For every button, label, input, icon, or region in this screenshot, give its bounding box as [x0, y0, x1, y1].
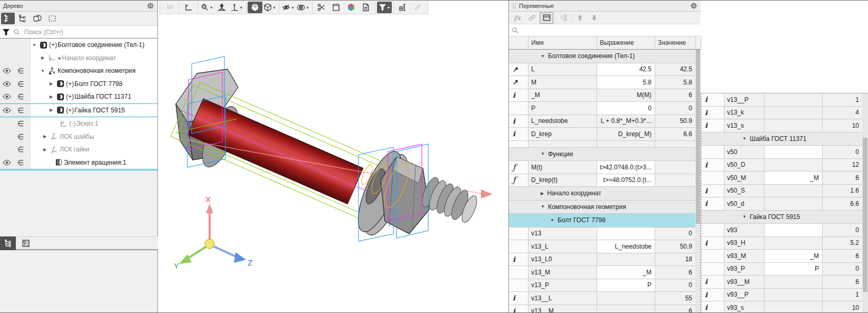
variable-name-cell[interactable]: _M: [529, 89, 597, 102]
variables-group-row[interactable]: ▼Функции: [509, 148, 701, 162]
variable-expression-cell[interactable]: _M: [765, 250, 823, 263]
appearance-cube-icon[interactable]: [344, 2, 358, 13]
variable-name-cell[interactable]: M(t): [529, 161, 597, 174]
expand-arrow-icon[interactable]: ▼: [742, 214, 747, 219]
hide-objects-eye-icon[interactable]: ▼: [281, 2, 296, 13]
expand-arrow-icon[interactable]: ▼: [31, 43, 37, 48]
variable-row[interactable]: iv13_s10: [701, 119, 868, 132]
tree-item-label[interactable]: Болт ГОСТ 7798: [74, 80, 122, 88]
variable-row[interactable]: v13_LL_needstobe50.9: [509, 240, 701, 253]
gear-icon[interactable]: [147, 2, 154, 10]
variable-row[interactable]: v930: [701, 224, 868, 237]
variables-group-row[interactable]: ▼Болтовое соединение (Тел-1): [509, 50, 701, 63]
variable-name-cell[interactable]: v93: [724, 224, 765, 237]
variable-row[interactable]: v500: [701, 146, 868, 159]
variable-expression-cell[interactable]: [765, 119, 823, 132]
grip-dots-icon[interactable]: [163, 2, 177, 13]
variable-expression-cell[interactable]: [765, 276, 823, 289]
variables-group-row[interactable]: ▼Компоновочная геометрия: [509, 201, 701, 214]
tree-item[interactable]: ∈(-)Эскиз:1: [0, 117, 157, 130]
variables-group-row[interactable]: ▼Болт ГОСТ 7798: [509, 214, 701, 227]
marquee-select-icon[interactable]: [45, 13, 59, 24]
variables-column-header[interactable]: Имя Выражение Значение: [509, 36, 701, 50]
chevron-down-icon[interactable]: ▼: [291, 6, 295, 10]
fx-icon[interactable]: ƒx: [511, 13, 524, 23]
variable-expression-cell[interactable]: [765, 93, 823, 107]
variable-name-cell[interactable]: v50: [724, 146, 765, 159]
zoom-icon[interactable]: ▼: [200, 2, 214, 13]
arrow-down-icon[interactable]: [588, 13, 600, 23]
variable-name-cell[interactable]: L_needstobe: [529, 115, 597, 128]
tree-item[interactable]: ∈▼Компоновочная геометрия: [0, 64, 157, 78]
expand-arrow-icon[interactable]: ▼: [550, 218, 554, 223]
variable-row[interactable]: v93_PP0: [701, 263, 868, 276]
member-icon[interactable]: ∈: [14, 106, 27, 115]
variable-expression-cell[interactable]: [597, 227, 655, 241]
tree-item-label[interactable]: Гайка ГОСТ 5915: [74, 107, 125, 114]
expand-arrow-icon[interactable]: ▼: [541, 151, 545, 156]
variable-row[interactable]: ↗M5.85.8: [509, 76, 701, 89]
expand-arrow-icon[interactable]: ▶: [48, 81, 54, 86]
chevron-down-icon[interactable]: ▼: [272, 6, 276, 10]
variable-row[interactable]: iv13__M6: [509, 305, 701, 313]
variable-row[interactable]: iv50_S1.6: [701, 185, 868, 198]
variable-name-cell[interactable]: v50_S: [724, 185, 765, 198]
variable-row[interactable]: ƒM(t)t>42.0?48.0:(t>3...: [509, 161, 701, 174]
gear-icon[interactable]: [690, 2, 697, 10]
variable-expression-cell[interactable]: 42.5: [597, 63, 655, 77]
variable-expression-cell[interactable]: [597, 305, 655, 313]
variable-name-cell[interactable]: M: [529, 76, 597, 89]
arrow-up-icon[interactable]: [573, 13, 586, 23]
column-value[interactable]: Значение: [655, 36, 696, 49]
variable-expression-cell[interactable]: [597, 292, 655, 305]
variable-name-cell[interactable]: v50_M: [724, 172, 765, 185]
variable-name-cell[interactable]: [529, 141, 597, 148]
tree-item[interactable]: ∈▶(+)Гайка ГОСТ 5915: [0, 103, 157, 118]
variable-row[interactable]: iD_krepD_krep(_M)6.6: [509, 128, 701, 141]
variable-name-cell[interactable]: v50_D: [724, 159, 765, 172]
member-icon[interactable]: ∈: [14, 119, 27, 128]
variable-expression-cell[interactable]: [597, 253, 655, 267]
scrollbar[interactable]: [695, 50, 701, 313]
variable-expression-cell[interactable]: _M: [765, 172, 823, 185]
variable-expression-cell[interactable]: [765, 185, 823, 198]
variable-name-cell[interactable]: v13__P: [724, 93, 765, 107]
variable-name-cell[interactable]: v13__M: [529, 305, 597, 313]
variable-name-cell[interactable]: v13_L: [529, 240, 597, 253]
variable-row[interactable]: iv13_k4: [701, 107, 868, 120]
variable-name-cell[interactable]: v93_H: [724, 237, 765, 250]
scene-sheet-icon[interactable]: [358, 2, 373, 13]
variable-expression-cell[interactable]: [765, 289, 823, 302]
variable-expression-cell[interactable]: 5.8: [597, 76, 655, 89]
variable-row[interactable]: iv13__P1: [701, 93, 868, 107]
variable-name-cell[interactable]: D_krep: [529, 128, 597, 141]
member-icon[interactable]: ∈: [14, 80, 27, 88]
chevron-down-icon[interactable]: ▼: [387, 6, 391, 10]
tree-item[interactable]: ∈Элемент вращения:1: [0, 156, 157, 171]
section-display-icon[interactable]: [31, 13, 44, 24]
variable-expression-cell[interactable]: [765, 197, 823, 211]
variable-expression-cell[interactable]: [765, 301, 823, 313]
tree-item[interactable]: ∈▶(+)Болт ГОСТ 7798: [0, 78, 157, 91]
expand-arrow-icon[interactable]: ▶: [42, 134, 48, 139]
variable-name-cell[interactable]: L: [529, 63, 597, 77]
variable-name-cell[interactable]: v13_k: [724, 107, 765, 120]
orientation-icon[interactable]: [214, 2, 229, 13]
member-icon[interactable]: ∈: [14, 92, 27, 101]
expand-arrow-icon[interactable]: ▶: [541, 191, 544, 196]
variable-expression-cell[interactable]: M(M): [597, 89, 655, 102]
tree-search-input[interactable]: [23, 28, 155, 36]
tree-item-label[interactable]: Начало координат: [62, 54, 116, 62]
variable-name-cell[interactable]: v93_s: [724, 301, 765, 313]
variable-row[interactable]: iv93_H5.2: [701, 237, 868, 250]
parameters-tab[interactable]: [18, 236, 34, 250]
tree-item[interactable]: ∈▶ЛСК шайбы: [0, 130, 157, 144]
variable-expression-cell[interactable]: L_needstobe: [597, 240, 655, 253]
variable-expression-cell[interactable]: 0: [597, 102, 655, 115]
expand-arrow-icon[interactable]: ▶: [48, 94, 54, 99]
tree-item[interactable]: ▼(+)Болтовое соединение (Тел-1): [0, 39, 157, 52]
3d-scene[interactable]: X Y Z: [158, 1, 508, 313]
variable-row[interactable]: v50_M_M6: [701, 172, 868, 185]
variable-row[interactable]: v13_PP0: [509, 279, 701, 292]
variable-row[interactable]: iL_needstobeL + 0.8*_M+0.3*...50.9: [509, 115, 701, 128]
